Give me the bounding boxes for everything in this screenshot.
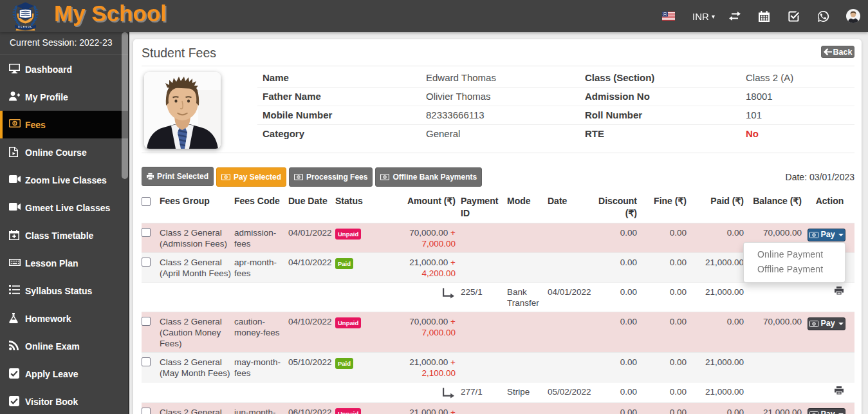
svg-text:SCHOOL: SCHOOL: [18, 26, 32, 28]
